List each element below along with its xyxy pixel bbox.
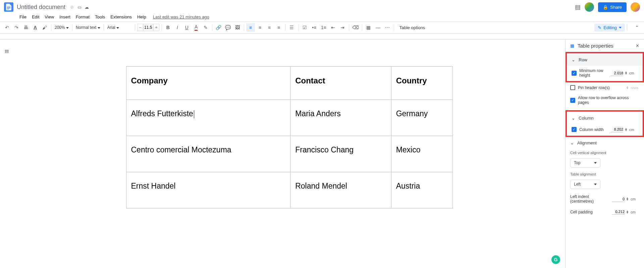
table-header-cell[interactable]: Contact: [290, 67, 391, 100]
title-bar: Untitled document ☆ ▭ ☁ ▤ 🔒 Share: [0, 0, 644, 12]
line-spacing-button[interactable]: ☰: [287, 23, 296, 32]
chevron-down-icon: [594, 184, 597, 185]
cell-padding-stepper[interactable]: ▲▼: [626, 210, 629, 214]
align-justify-button[interactable]: ≡: [274, 23, 283, 32]
underline-button[interactable]: U: [182, 23, 191, 32]
horizontal-ruler[interactable]: [0, 34, 644, 40]
align-right-button[interactable]: ≡: [265, 23, 274, 32]
table-cell[interactable]: Roland Mendel: [290, 172, 391, 208]
text-color-button[interactable]: A: [192, 23, 201, 32]
column-width-checkbox[interactable]: [572, 127, 577, 132]
insert-link-button[interactable]: 🔗: [214, 23, 223, 32]
redo-button[interactable]: ↷: [12, 23, 21, 32]
paint-format-button[interactable]: 🖌: [40, 23, 49, 32]
table-cell[interactable]: Ernst Handel: [126, 172, 290, 208]
menu-insert[interactable]: Insert: [57, 13, 72, 20]
grammarly-badge-icon[interactable]: G: [551, 255, 560, 264]
italic-button[interactable]: I: [173, 23, 182, 32]
page: Company Contact Country Alfreds Futterki…: [106, 43, 473, 268]
table-row[interactable]: Centro comercial Moctezuma Francisco Cha…: [126, 136, 452, 172]
table-row[interactable]: Alfreds Futterkiste Maria Anders Germany: [126, 100, 452, 136]
table-row[interactable]: Ernst Handel Roland Mendel Austria: [126, 172, 452, 208]
font-size-increase[interactable]: +: [153, 24, 159, 31]
table-cell[interactable]: Alfreds Futterkiste: [126, 100, 290, 136]
spellcheck-button[interactable]: A: [31, 23, 40, 32]
clear-formatting-button[interactable]: ⌫: [351, 23, 360, 32]
highlight-button[interactable]: ✎: [201, 23, 210, 32]
border-dash-button[interactable]: ⋯: [383, 23, 392, 32]
table-align-select[interactable]: Left: [570, 180, 600, 189]
font-size-decrease[interactable]: −: [137, 24, 143, 31]
menu-tools[interactable]: Tools: [93, 13, 107, 20]
menu-help[interactable]: Help: [135, 13, 148, 20]
comments-history-icon[interactable]: ▤: [575, 3, 581, 11]
menu-view[interactable]: View: [43, 13, 56, 20]
column-width-input[interactable]: [610, 127, 623, 132]
border-width-button[interactable]: —: [374, 23, 382, 32]
cell-padding-unit: cm: [631, 210, 639, 214]
move-icon[interactable]: ▭: [77, 5, 82, 10]
table-cell[interactable]: Maria Anders: [290, 100, 391, 136]
share-button[interactable]: 🔒 Share: [598, 2, 627, 12]
zoom-select[interactable]: 200%: [53, 24, 70, 30]
table-cell[interactable]: Centro comercial Moctezuma: [126, 136, 290, 172]
document-title[interactable]: Untitled document: [17, 4, 65, 11]
meet-icon[interactable]: [585, 2, 594, 12]
cloud-status-icon[interactable]: ☁: [85, 5, 89, 10]
row-section-header[interactable]: ⌄ Row: [567, 54, 643, 66]
numbered-list-button[interactable]: 1≡: [319, 23, 328, 32]
mode-select[interactable]: ✎ Editing: [594, 24, 625, 31]
insert-image-button[interactable]: 🖼: [233, 23, 242, 32]
close-panel-button[interactable]: ✕: [636, 43, 639, 48]
column-section-header[interactable]: ⌄ Column: [567, 112, 643, 124]
svg-rect-0: [7, 7, 10, 7]
pin-header-checkbox[interactable]: [570, 85, 575, 90]
min-row-height-checkbox[interactable]: [572, 71, 577, 76]
bold-button[interactable]: B: [164, 23, 172, 32]
insert-comment-button[interactable]: 💬: [224, 23, 232, 32]
outline-toggle-icon[interactable]: ▤: [3, 47, 11, 55]
alignment-section-header[interactable]: ⌄ Alignment: [566, 137, 644, 149]
svg-rect-1: [7, 8, 10, 8]
avatar[interactable]: [631, 2, 640, 12]
document-canvas[interactable]: Company Contact Country Alfreds Futterki…: [13, 40, 565, 268]
last-edit-link[interactable]: Last edit was 21 minutes ago: [153, 14, 209, 19]
border-color-button[interactable]: ▦: [364, 23, 373, 32]
docs-logo-icon[interactable]: [4, 2, 13, 12]
left-indent-input[interactable]: [612, 196, 625, 202]
menu-format[interactable]: Format: [74, 13, 92, 20]
left-indent-stepper[interactable]: ▲▼: [626, 197, 629, 201]
cell-padding-input[interactable]: [612, 209, 625, 215]
table-header-cell[interactable]: Country: [391, 67, 452, 100]
align-center-button[interactable]: ≡: [256, 23, 264, 32]
table-cell[interactable]: Germany: [391, 100, 452, 136]
svg-rect-2: [7, 9, 9, 9]
bulleted-list-button[interactable]: •≡: [310, 23, 319, 32]
font-size-input[interactable]: [143, 24, 153, 31]
column-width-stepper[interactable]: ▲▼: [625, 128, 628, 131]
checklist-button[interactable]: ☑: [301, 23, 309, 32]
document-table[interactable]: Company Contact Country Alfreds Futterki…: [126, 66, 453, 208]
undo-button[interactable]: ↶: [3, 23, 11, 32]
print-button[interactable]: 🖶: [21, 23, 30, 32]
min-row-height-stepper[interactable]: ▲▼: [625, 71, 628, 75]
table-header-row[interactable]: Company Contact Country: [126, 67, 452, 100]
align-left-button[interactable]: ≡: [246, 23, 255, 32]
star-icon[interactable]: ☆: [70, 5, 74, 10]
menu-file[interactable]: File: [17, 13, 29, 20]
overflow-checkbox[interactable]: [570, 98, 575, 103]
decrease-indent-button[interactable]: ⇤: [329, 23, 337, 32]
table-cell[interactable]: Mexico: [391, 136, 452, 172]
table-cell[interactable]: Francisco Chang: [290, 136, 391, 172]
min-row-height-input[interactable]: [610, 70, 623, 76]
table-options-button[interactable]: Table options: [396, 24, 429, 31]
table-cell[interactable]: Austria: [391, 172, 452, 208]
increase-indent-button[interactable]: ⇥: [338, 23, 347, 32]
paragraph-style-select[interactable]: Normal text: [74, 24, 102, 30]
font-select[interactable]: Arial: [106, 24, 133, 30]
cell-vertical-align-select[interactable]: Top: [570, 158, 600, 168]
menu-extensions[interactable]: Extensions: [108, 13, 134, 20]
menu-edit[interactable]: Edit: [30, 13, 41, 20]
collapse-toolbar-button[interactable]: ⌃: [633, 23, 641, 32]
table-header-cell[interactable]: Company: [126, 67, 290, 100]
